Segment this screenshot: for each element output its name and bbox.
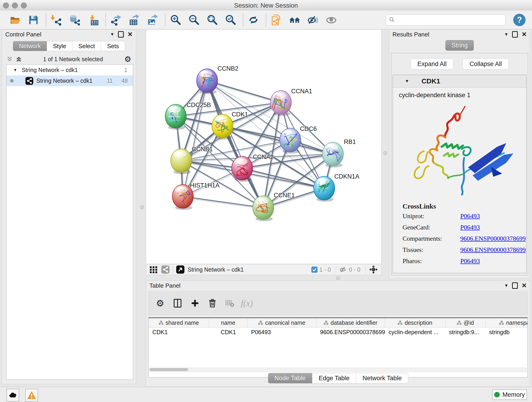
control-panel-title: Control Panel <box>5 31 41 38</box>
zoom-fit-icon <box>206 14 218 26</box>
zoom-in-button[interactable] <box>169 13 182 26</box>
column-header-database-identifier[interactable]: database identifier <box>317 318 385 327</box>
node-label: CDC6 <box>300 125 317 132</box>
crosslink-link[interactable]: P06493 <box>460 224 480 231</box>
cloud-status-button[interactable] <box>6 389 19 402</box>
results-panel-menu-caret-icon[interactable]: ▼ <box>504 32 509 37</box>
scrollbar-thumb[interactable] <box>150 368 188 371</box>
zoom-fit-button[interactable] <box>206 13 219 26</box>
network-node-CCNA1[interactable]: CCNA1 <box>270 88 312 116</box>
tab-network[interactable]: Network <box>13 41 47 51</box>
column-header-description[interactable]: description <box>385 318 445 327</box>
tab-string[interactable]: String <box>445 40 474 51</box>
tab-network-table[interactable]: Network Table <box>356 373 409 383</box>
table-panel-float-icon[interactable] <box>512 282 518 289</box>
tab-edge-table[interactable]: Edge Table <box>312 373 356 383</box>
crosslink-link[interactable]: 9606.ENSP00000378699 <box>460 246 526 254</box>
show-columns-button[interactable] <box>171 297 184 310</box>
string-copy-network-button[interactable] <box>270 13 283 26</box>
network-node-HIST1H1A[interactable]: HIST1H1A <box>172 182 220 210</box>
column-header-name[interactable]: name <box>209 318 247 327</box>
collapse-all-button[interactable]: Collapse All <box>462 58 509 70</box>
collapse-all-networks-icon[interactable] <box>16 56 22 62</box>
results-panel-close-icon[interactable]: ✕ <box>521 31 527 38</box>
left-splitter-grip[interactable] <box>140 205 144 209</box>
tab-node-table[interactable]: Node Table <box>268 373 312 383</box>
network-edge-CCNB2-CCNA1[interactable] <box>207 81 281 102</box>
cell-description[interactable]: cyclin-dependent ... <box>385 327 445 337</box>
selected-checkbox-icon[interactable] <box>311 267 317 273</box>
crosslink-link[interactable]: P06493 <box>460 212 480 220</box>
zoom-out-icon <box>188 14 200 26</box>
import-network-file-button[interactable] <box>50 13 63 26</box>
crosslink-link[interactable]: P06493 <box>460 257 480 265</box>
node-label: CCNA2 <box>253 153 274 160</box>
tab-select[interactable]: Select <box>72 41 101 51</box>
collection-expand-caret-icon[interactable]: ▼ <box>13 68 17 72</box>
network-canvas[interactable]: CCNB2CCNA1CDC25BCDK1CDC6RB1CCNB1CCNA2CDK… <box>146 29 381 264</box>
cell-namespace[interactable]: stringdb <box>486 327 528 337</box>
open-view-in-window-icon[interactable] <box>176 265 184 274</box>
cell-shared-name[interactable]: CDK1 <box>149 327 209 337</box>
network-node-CCNE1[interactable]: CCNE1 <box>253 192 295 221</box>
export-network-button[interactable] <box>109 13 122 26</box>
import-table-button[interactable] <box>87 13 99 26</box>
column-header-id[interactable]: @id <box>445 318 486 327</box>
network-node-CCNB2[interactable]: CCNB2 <box>196 65 239 94</box>
zoom-out-button[interactable] <box>187 13 200 26</box>
horizontal-splitter-grip[interactable] <box>336 276 340 280</box>
hide-unselected-button[interactable] <box>307 13 319 26</box>
control-panel-float-icon[interactable] <box>118 31 124 38</box>
node-detail-collapse-caret-icon[interactable]: ▼ <box>405 79 409 84</box>
refresh-layout-button[interactable] <box>247 13 260 26</box>
results-panel-float-icon[interactable] <box>512 31 518 38</box>
table-row[interactable]: CDK1 CDK1 P06493 9606.ENSP00000378699 cy… <box>149 327 527 337</box>
help-button[interactable]: ? <box>513 14 526 26</box>
save-session-button[interactable] <box>27 13 40 26</box>
expand-all-button[interactable]: Expand All <box>410 58 454 70</box>
cell-canonical-name[interactable]: P06493 <box>247 327 317 337</box>
zoom-selected-button[interactable] <box>224 13 237 26</box>
table-panel-menu-caret-icon[interactable]: ▼ <box>504 283 509 288</box>
cell-database-identifier[interactable]: 9606.ENSP00000378699 <box>317 327 385 337</box>
tab-style[interactable]: Style <box>47 41 72 51</box>
network-row-selected[interactable]: String Network – cdk1 11 48 <box>6 75 133 86</box>
right-splitter-grip[interactable] <box>383 151 387 155</box>
network-node-CCNB1[interactable]: CCNB1 <box>171 146 213 174</box>
tab-sets[interactable]: Sets <box>101 41 125 51</box>
control-panel-close-icon[interactable]: ✕ <box>127 31 133 38</box>
column-header-shared-name[interactable]: shared name <box>149 318 209 327</box>
string-home-button[interactable] <box>288 13 301 26</box>
network-node-RB1[interactable]: RB1 <box>322 138 356 167</box>
create-column-button[interactable] <box>189 297 201 310</box>
table-horizontal-scrollbar[interactable] <box>149 368 528 372</box>
network-node-CDKN1A[interactable]: CDKN1A <box>314 173 360 202</box>
column-header-canonical-name[interactable]: canonical name <box>247 318 317 327</box>
export-image-button[interactable] <box>146 13 159 26</box>
cell-id[interactable]: stringdb:9... <box>445 327 486 337</box>
node-detail-header[interactable]: ▼ CDK1 <box>393 75 526 88</box>
warnings-button[interactable] <box>25 389 38 402</box>
crosslink-row: Pharos: P06493 <box>403 257 526 265</box>
crosslink-label: Compartments: <box>403 235 460 242</box>
export-network-icon <box>110 14 122 26</box>
birds-eye-grid-icon[interactable] <box>149 265 158 274</box>
control-panel-menu-caret-icon[interactable]: ▼ <box>110 32 114 37</box>
export-table-button[interactable] <box>128 13 141 26</box>
open-session-button[interactable] <box>9 13 22 26</box>
crosslink-link[interactable]: 9606.ENSP00000378699 <box>460 235 526 242</box>
search-input[interactable] <box>397 17 502 23</box>
delete-columns-button[interactable] <box>206 297 219 310</box>
network-collection-row[interactable]: ▼ String Network – cdk1 1 <box>6 65 133 75</box>
network-share-badge-icon[interactable] <box>161 265 170 274</box>
table-options-button[interactable]: ⚙ <box>154 297 167 310</box>
memory-button[interactable]: Memory <box>492 389 527 400</box>
cell-name[interactable]: CDK1 <box>209 327 247 337</box>
pan-crosshair-icon[interactable] <box>369 265 378 274</box>
network-options-gear-icon[interactable]: ⚙ <box>124 55 131 63</box>
show-all-button[interactable] <box>325 13 338 26</box>
import-network-database-button[interactable] <box>68 13 81 26</box>
table-panel-close-icon[interactable]: ✕ <box>521 282 527 289</box>
expand-all-networks-icon[interactable] <box>7 56 13 62</box>
column-header-namespace[interactable]: namespace <box>486 318 528 327</box>
